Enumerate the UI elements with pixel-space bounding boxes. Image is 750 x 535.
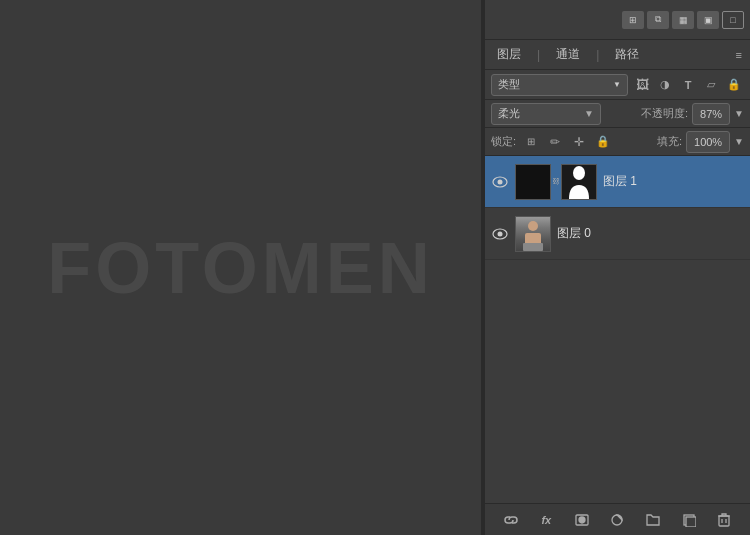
canvas-watermark: FOTOMEN bbox=[47, 227, 434, 309]
link-icon[interactable] bbox=[500, 509, 522, 531]
bottom-toolbar: fx bbox=[485, 503, 750, 535]
toolbar-icon-2[interactable]: ⧉ bbox=[647, 11, 669, 29]
layer-0-name: 图层 0 bbox=[557, 225, 744, 242]
opacity-label: 不透明度: bbox=[641, 106, 688, 121]
toolbar-icon-1[interactable]: ⊞ bbox=[622, 11, 644, 29]
layer-1-visibility[interactable] bbox=[491, 173, 509, 191]
fill-arrow: ▼ bbox=[734, 136, 744, 147]
svg-point-1 bbox=[498, 179, 503, 184]
blend-row: 柔光 ▼ 不透明度: 87% ▼ bbox=[485, 100, 750, 128]
lock-icon-move[interactable]: ✛ bbox=[570, 133, 588, 151]
svg-rect-9 bbox=[686, 517, 696, 527]
filter-icons: 🖼 ◑ T ▱ 🔒 bbox=[632, 75, 744, 95]
svg-point-4 bbox=[498, 231, 503, 236]
new-layer-icon[interactable] bbox=[678, 509, 700, 531]
mask-add-icon[interactable] bbox=[571, 509, 593, 531]
tab-divider-2: | bbox=[596, 48, 599, 62]
filter-icon-image[interactable]: 🖼 bbox=[632, 75, 652, 95]
layer-1-thumb-container: ⛓ bbox=[515, 164, 597, 200]
right-panel: ⊞ ⧉ ▦ ▣ □ 图层 | 通道 | 路径 ≡ 类型 ▼ 🖼 ◑ T ▱ 🔒 … bbox=[485, 0, 750, 535]
tab-paths[interactable]: 路径 bbox=[611, 44, 643, 65]
lock-label: 锁定: bbox=[491, 134, 516, 149]
toolbar-icon-3[interactable]: ▦ bbox=[672, 11, 694, 29]
fill-group: 填充: 100% ▼ bbox=[657, 131, 744, 153]
lock-icon-brush[interactable]: ✏ bbox=[546, 133, 564, 151]
layers-list: ⛓ 图层 1 bbox=[485, 156, 750, 503]
tab-layers[interactable]: 图层 bbox=[493, 44, 525, 65]
blend-arrow: ▼ bbox=[584, 108, 594, 119]
toolbar-icon-4[interactable]: ▣ bbox=[697, 11, 719, 29]
lock-icon-lock[interactable]: 🔒 bbox=[594, 133, 612, 151]
adjustment-add-icon[interactable] bbox=[606, 509, 628, 531]
svg-point-2 bbox=[573, 166, 585, 180]
layer-0-thumb bbox=[515, 216, 551, 252]
layer-item-0[interactable]: 图层 0 bbox=[485, 208, 750, 260]
filter-label: 类型 bbox=[498, 77, 520, 92]
opacity-group: 不透明度: 87% ▼ bbox=[641, 103, 744, 125]
canvas-area: FOTOMEN bbox=[0, 0, 481, 535]
layer-1-chain: ⛓ bbox=[552, 164, 560, 200]
filter-select[interactable]: 类型 ▼ bbox=[491, 74, 628, 96]
filter-icon-adjust[interactable]: ◑ bbox=[655, 75, 675, 95]
layer-1-name: 图层 1 bbox=[603, 173, 744, 190]
fx-icon[interactable]: fx bbox=[535, 509, 557, 531]
layer-item-1[interactable]: ⛓ 图层 1 bbox=[485, 156, 750, 208]
filter-icon-smart[interactable]: 🔒 bbox=[724, 75, 744, 95]
tab-divider-1: | bbox=[537, 48, 540, 62]
opacity-arrow: ▼ bbox=[734, 108, 744, 119]
tab-channels[interactable]: 通道 bbox=[552, 44, 584, 65]
blend-mode-select[interactable]: 柔光 ▼ bbox=[491, 103, 601, 125]
lock-row: 锁定: ⊞ ✏ ✛ 🔒 填充: 100% ▼ bbox=[485, 128, 750, 156]
filter-icon-text[interactable]: T bbox=[678, 75, 698, 95]
panel-menu-icon[interactable]: ≡ bbox=[736, 49, 742, 61]
filter-row: 类型 ▼ 🖼 ◑ T ▱ 🔒 bbox=[485, 70, 750, 100]
lock-icon-checkerboard[interactable]: ⊞ bbox=[522, 133, 540, 151]
delete-icon[interactable] bbox=[713, 509, 735, 531]
filter-icon-shape[interactable]: ▱ bbox=[701, 75, 721, 95]
svg-point-6 bbox=[579, 517, 585, 523]
svg-rect-10 bbox=[719, 516, 729, 526]
layer-0-visibility[interactable] bbox=[491, 225, 509, 243]
tabs-row: 图层 | 通道 | 路径 ≡ bbox=[485, 40, 750, 70]
blend-mode-value: 柔光 bbox=[498, 106, 520, 121]
folder-icon[interactable] bbox=[642, 509, 664, 531]
fill-value[interactable]: 100% bbox=[686, 131, 730, 153]
opacity-value[interactable]: 87% bbox=[692, 103, 730, 125]
toolbar-icon-5[interactable]: □ bbox=[722, 11, 744, 29]
top-toolbar: ⊞ ⧉ ▦ ▣ □ bbox=[485, 0, 750, 40]
fill-label: 填充: bbox=[657, 134, 682, 149]
filter-arrow: ▼ bbox=[613, 80, 621, 89]
